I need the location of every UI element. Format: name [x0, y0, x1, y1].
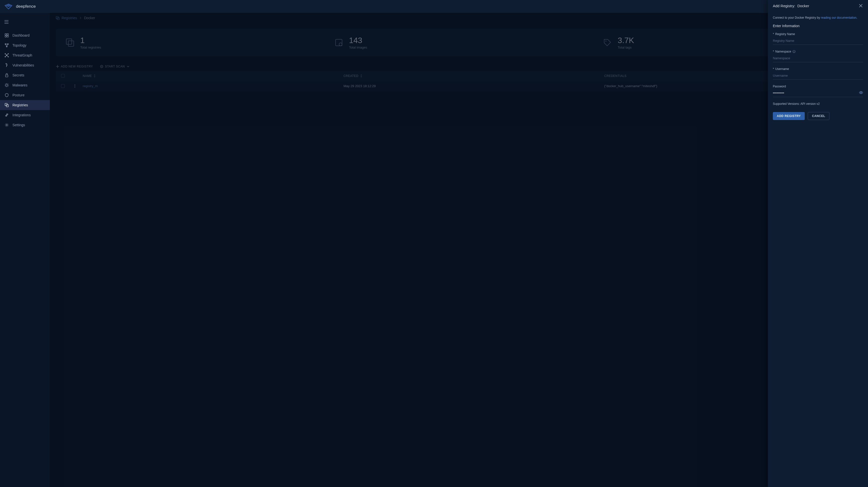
- sidebar-item-topology[interactable]: Topology: [0, 40, 50, 50]
- svg-rect-22: [68, 41, 74, 46]
- brand-name: deepfence: [16, 4, 36, 9]
- namespace-label: Namespace: [775, 50, 791, 53]
- stat-registries-label: Total registries: [80, 45, 101, 49]
- namespace-input[interactable]: [773, 55, 863, 62]
- select-all-checkbox[interactable]: [61, 74, 65, 78]
- registry-name-label: Registry Name: [775, 32, 795, 36]
- sidebar-item-label: Dashboard: [12, 33, 30, 37]
- sort-icon[interactable]: [360, 74, 363, 78]
- registries-icon: [4, 103, 9, 107]
- sort-icon[interactable]: [93, 74, 96, 78]
- row-checkbox[interactable]: [61, 84, 65, 88]
- row-name-link[interactable]: registry_m: [80, 84, 341, 88]
- table-header-row: NAME CREATED CREDENTIALS: [56, 71, 862, 81]
- target-icon: [100, 65, 103, 68]
- brand-logo-icon: [4, 3, 12, 9]
- sidebar-item-label: Registries: [12, 103, 28, 107]
- svg-point-27: [101, 66, 102, 67]
- sidebar-item-label: Posture: [12, 93, 24, 97]
- username-input[interactable]: [773, 72, 863, 80]
- sidebar-item-vulnerabilities[interactable]: Vulnerabilities: [0, 60, 50, 70]
- registries-table: NAME CREATED CREDENTIALS registry_m May …: [56, 71, 862, 91]
- svg-rect-21: [66, 39, 72, 44]
- drawer-help-text: Connect to your Docker Registry by readi…: [773, 16, 863, 20]
- plus-icon: [56, 65, 59, 68]
- sidebar-item-label: Vulnerabilities: [12, 63, 34, 67]
- chevron-right-icon: [80, 17, 82, 19]
- stat-images-label: Total images: [349, 45, 367, 49]
- sidebar-item-label: Integrations: [12, 113, 31, 117]
- settings-icon: [4, 123, 9, 127]
- svg-rect-0: [5, 34, 6, 35]
- svg-point-13: [6, 84, 8, 86]
- cancel-button[interactable]: CANCEL: [808, 112, 829, 120]
- tags-stat-icon: [603, 38, 612, 47]
- password-label: Password: [773, 85, 786, 88]
- stat-tags-value: 3.7K: [618, 36, 634, 45]
- dashboard-icon: [4, 33, 9, 38]
- table-pagination: Page 1 of 1: [50, 91, 868, 100]
- password-input[interactable]: [773, 90, 863, 97]
- svg-point-24: [339, 43, 342, 46]
- sidebar-item-label: Secrets: [12, 73, 24, 77]
- stat-tags-label: Total tags: [618, 45, 634, 49]
- drawer-section-title: Enter Information: [773, 24, 863, 28]
- start-scan-label: START SCAN: [105, 65, 125, 68]
- svg-point-18: [6, 125, 7, 126]
- supported-versions-text: Supported Versions: API version v2: [773, 102, 863, 105]
- images-stat-icon: [335, 38, 343, 47]
- add-new-registry-button[interactable]: ADD NEW REGISTRY: [56, 65, 93, 68]
- topology-icon: [4, 43, 9, 47]
- svg-rect-2: [5, 36, 6, 37]
- th-credentials[interactable]: CREDENTIALS: [604, 74, 627, 78]
- sidebar-item-integrations[interactable]: Integrations: [0, 110, 50, 120]
- table-row: registry_m May 29 2023 18:12:29 {"docker…: [56, 81, 862, 91]
- chevron-down-icon: [126, 65, 130, 68]
- th-created[interactable]: CREATED: [344, 74, 359, 78]
- threatgraph-icon: [4, 53, 9, 58]
- sidebar-item-label: Topology: [12, 43, 26, 47]
- sidebar-item-label: Settings: [12, 123, 25, 127]
- breadcrumb-registries-link[interactable]: Registries: [62, 16, 77, 20]
- sidebar-item-settings[interactable]: Settings: [0, 120, 50, 130]
- drawer-title: Add Registry: Docker: [773, 4, 809, 8]
- sidebar-item-registries[interactable]: Registries: [0, 100, 50, 110]
- registries-stat-icon: [66, 38, 74, 47]
- add-new-registry-label: ADD NEW REGISTRY: [61, 65, 93, 68]
- eye-icon[interactable]: [859, 91, 863, 95]
- row-created: May 29 2023 18:12:29: [341, 84, 601, 88]
- documentation-link[interactable]: reading our documentation: [821, 16, 857, 20]
- svg-point-29: [861, 92, 862, 93]
- sidebar-item-malwares[interactable]: Malwares: [0, 80, 50, 90]
- sidebar-item-posture[interactable]: Posture: [0, 90, 50, 100]
- th-name[interactable]: NAME: [83, 74, 92, 78]
- svg-point-17: [7, 114, 8, 115]
- add-registry-button[interactable]: ADD REGISTRY: [773, 112, 805, 120]
- svg-rect-23: [336, 39, 342, 46]
- secrets-icon: [4, 73, 9, 77]
- svg-rect-12: [5, 75, 8, 77]
- sidebar-item-threatgraph[interactable]: ThreatGraph: [0, 50, 50, 60]
- breadcrumb: Registries Docker: [50, 13, 868, 23]
- posture-icon: [4, 93, 9, 97]
- topbar: deepfence: [0, 0, 868, 13]
- info-icon[interactable]: [793, 50, 796, 53]
- table-toolbar: ADD NEW REGISTRY START SCAN: [50, 62, 868, 71]
- sidebar-item-secrets[interactable]: Secrets: [0, 70, 50, 80]
- vulnerabilities-icon: [4, 63, 9, 67]
- start-scan-button[interactable]: START SCAN: [100, 65, 130, 68]
- registries-breadcrumb-icon: [56, 16, 60, 20]
- svg-point-25: [606, 40, 607, 41]
- stat-registries-value: 1: [80, 36, 101, 45]
- close-icon[interactable]: [859, 3, 863, 8]
- username-label: Username: [775, 67, 789, 71]
- registry-name-input[interactable]: [773, 37, 863, 45]
- svg-rect-1: [7, 34, 8, 35]
- svg-point-16: [5, 115, 6, 116]
- sidebar-item-dashboard[interactable]: Dashboard: [0, 30, 50, 40]
- breadcrumb-current: Docker: [84, 16, 95, 20]
- row-menu-button[interactable]: [70, 85, 80, 88]
- stats-card: 1 Total registries 143 Total images 3.: [56, 29, 862, 56]
- sidebar-item-label: ThreatGraph: [12, 53, 32, 57]
- sidebar-toggle-icon[interactable]: [4, 20, 8, 24]
